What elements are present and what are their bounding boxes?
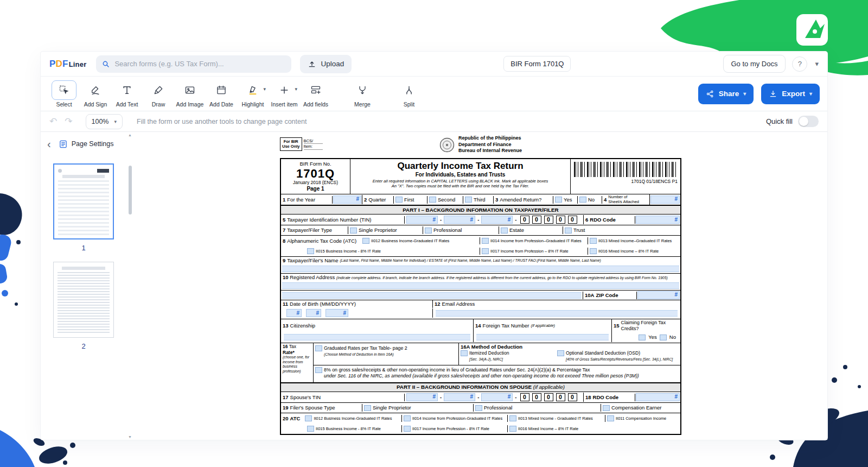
highlight-chevron-down-icon[interactable]: ▾ [263, 86, 266, 92]
eight-percent-checkbox[interactable] [315, 367, 322, 373]
help-button[interactable]: ? [792, 56, 807, 72]
go-to-my-docs-button[interactable]: Go to my Docs [723, 55, 786, 73]
spouse-compensation-earner-checkbox[interactable] [603, 405, 610, 411]
birth-day-field[interactable]: # [306, 309, 321, 317]
citizenship-input[interactable] [284, 334, 470, 340]
tool-split[interactable]: Split [393, 80, 425, 108]
spouse-atc-II014-checkbox[interactable] [404, 415, 411, 421]
zoom-value: 100% [92, 118, 109, 125]
tool-draw[interactable]: Draw [143, 80, 174, 108]
atc-II014-checkbox[interactable] [482, 238, 489, 244]
spouse-tin-segment-2[interactable]: # [444, 393, 475, 401]
spouse-rdo-code-field[interactable]: # [636, 393, 680, 401]
search-input[interactable] [114, 60, 286, 68]
spouse-atc-II016-checkbox[interactable] [509, 426, 516, 432]
page-settings-button[interactable]: Page Settings [59, 140, 114, 149]
tool-add-text[interactable]: Add Text [111, 80, 143, 108]
tool-add-date[interactable]: Add Date [206, 80, 237, 108]
row-filer-name: 9Taxpayer/Filer's Name (Last Name, First… [281, 256, 680, 273]
year-field[interactable]: # [333, 195, 361, 204]
single-proprietor-checkbox[interactable] [350, 228, 357, 234]
filer-name-input[interactable] [282, 266, 679, 272]
spouse-single-proprietor-checkbox[interactable] [364, 405, 371, 411]
amended-no-checkbox[interactable] [579, 197, 586, 203]
tool-highlight[interactable]: ▾ Highlight [237, 80, 269, 108]
spouse-tin-segment-3[interactable]: # [481, 393, 513, 401]
document-title[interactable]: BIR Form 1701Q [503, 56, 571, 72]
pdfliner-app-icon [796, 14, 828, 46]
form-subtitle: For Individuals, Estates and Trusts [353, 172, 568, 179]
tin-segment-2[interactable]: # [444, 216, 475, 224]
scrollbar-thumb[interactable] [129, 166, 132, 214]
undo-icon[interactable]: ↶ [49, 116, 57, 127]
birth-year-field[interactable]: # [326, 309, 348, 317]
foreign-tax-number-input[interactable] [476, 334, 609, 340]
page-2-thumbnail[interactable] [53, 262, 114, 338]
insert-item-chevron-down-icon[interactable]: ▾ [295, 86, 297, 92]
zip-code-field[interactable]: # [637, 291, 680, 299]
sidebar-scrollbar[interactable]: ▲ ▼ [126, 132, 134, 440]
tool-add-sign[interactable]: Add Sign [80, 80, 111, 108]
foreign-credits-no-checkbox[interactable] [660, 335, 667, 340]
tool-insert-item[interactable]: ▾ Insert item [269, 80, 300, 108]
plus-icon [279, 85, 290, 96]
spouse-tin-segment-1[interactable]: # [406, 393, 438, 401]
form-instruction-1: Enter all required information in CAPITA… [353, 179, 568, 184]
spouse-atc-II011-checkbox[interactable] [607, 415, 614, 421]
share-button[interactable]: Share ▾ [698, 84, 754, 104]
tool-add-fields[interactable]: Add fields [300, 80, 331, 108]
quarter-third-checkbox[interactable] [465, 197, 472, 203]
foreign-credits-yes-checkbox[interactable] [639, 335, 646, 340]
tool-select[interactable]: Select [48, 80, 80, 108]
amended-yes-checkbox[interactable] [555, 197, 562, 203]
tin-segment-3[interactable]: # [481, 216, 513, 224]
birth-month-field[interactable]: # [286, 309, 302, 317]
osd-checkbox[interactable] [557, 350, 564, 356]
tin-segment-1[interactable]: # [406, 216, 438, 224]
scroll-up-icon[interactable]: ▲ [128, 133, 132, 137]
atc-II015-checkbox[interactable] [307, 248, 314, 254]
trust-checkbox[interactable] [565, 228, 572, 234]
quick-fill-toggle[interactable] [798, 116, 819, 127]
sidebar-collapse-icon[interactable]: ‹ [45, 138, 53, 149]
toggle-knob [799, 117, 808, 126]
atc-II013-checkbox[interactable] [590, 238, 597, 244]
tool-add-image[interactable]: Add Image [174, 80, 206, 108]
pdfliner-logo[interactable]: PDFLiner [49, 59, 86, 70]
spouse-professional-checkbox[interactable] [475, 405, 482, 411]
quarter-first-checkbox[interactable] [395, 197, 403, 203]
barcode [573, 161, 678, 178]
professional-checkbox[interactable] [425, 228, 432, 234]
zoom-select[interactable]: 100% ▾ [86, 114, 123, 129]
top-header-bar: PDFLiner Upload BIR Form 1701Q Go to my … [41, 52, 827, 77]
account-chevron-down-icon[interactable]: ▾ [815, 60, 819, 68]
atc-II016-checkbox[interactable] [590, 248, 597, 254]
form-edition: January 2018 (ENCS) [282, 180, 349, 186]
address-input-line-1[interactable] [282, 282, 679, 289]
atc-II017-checkbox[interactable] [482, 248, 489, 254]
sheets-attached-field[interactable]: # [650, 195, 680, 204]
rdo-code-field[interactable]: # [636, 216, 680, 224]
page-1-thumbnail[interactable] [53, 163, 114, 239]
estate-checkbox[interactable] [501, 228, 508, 234]
document-canvas: For BIRUse Only BCS/Item: R [134, 132, 827, 440]
highlighter-icon [247, 85, 258, 96]
quarter-second-checkbox[interactable] [429, 197, 436, 203]
atc-II012-checkbox[interactable] [362, 238, 369, 244]
graduated-rates-checkbox[interactable] [315, 345, 322, 351]
redo-icon[interactable]: ↷ [65, 116, 72, 127]
upload-button[interactable]: Upload [300, 55, 352, 73]
spouse-atc-II017-checkbox[interactable] [404, 426, 411, 432]
tool-merge[interactable]: Merge [347, 80, 378, 108]
spouse-atc-II013-checkbox[interactable] [509, 415, 516, 421]
itemized-deduction-checkbox[interactable] [461, 350, 468, 356]
spouse-atc-II015-checkbox[interactable] [307, 426, 314, 432]
export-button[interactable]: Export ▾ [761, 84, 820, 104]
search-box[interactable] [96, 55, 291, 73]
upload-label: Upload [321, 60, 344, 68]
email-input[interactable] [436, 310, 678, 317]
address-input-line-2[interactable] [282, 292, 582, 299]
blue-brush-bottom-left [0, 430, 35, 467]
spouse-atc-II012-checkbox[interactable] [305, 415, 312, 421]
scroll-down-icon[interactable]: ▼ [128, 435, 132, 439]
